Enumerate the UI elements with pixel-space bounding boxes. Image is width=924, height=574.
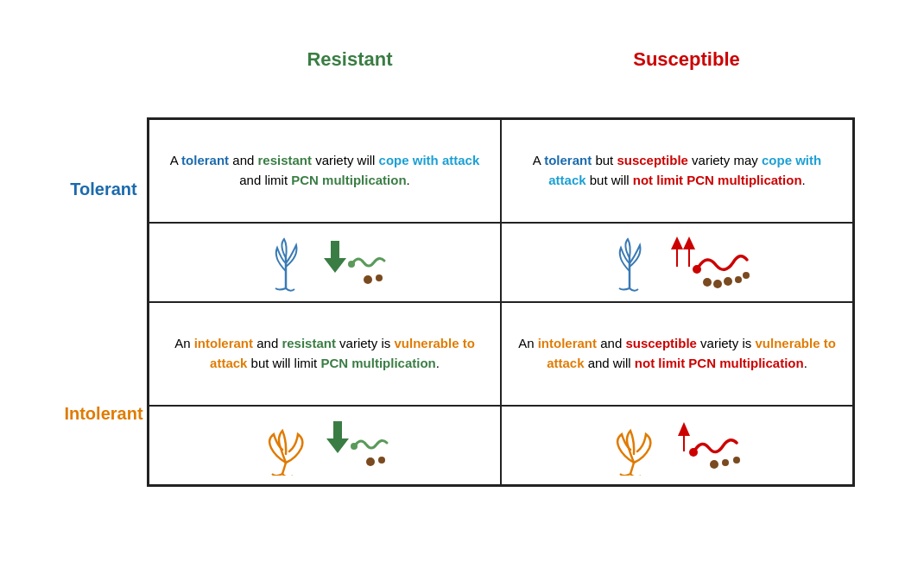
svg-point-13	[743, 272, 750, 279]
down-arrow-worm-icon	[320, 237, 389, 288]
side-labels: Tolerant Intolerant	[60, 78, 147, 527]
header-resistant: Resistant	[181, 48, 518, 71]
svg-marker-14	[326, 421, 349, 453]
svg-point-21	[722, 459, 729, 466]
cell-intolerant-resistant-icons	[149, 406, 501, 485]
svg-point-17	[378, 457, 385, 464]
svg-point-15	[351, 443, 358, 450]
label-intolerant: Intolerant	[60, 404, 147, 424]
svg-point-16	[366, 457, 375, 466]
up-arrow-worm-icon	[664, 232, 750, 293]
label-tolerant: Tolerant	[60, 180, 147, 199]
cell-intolerant-susceptible-text: An intolerant and susceptible variety is…	[501, 302, 853, 406]
svg-point-22	[733, 457, 740, 464]
svg-marker-7	[683, 237, 695, 267]
down-arrow-worm-icon-2	[323, 417, 392, 473]
svg-point-9	[703, 278, 712, 287]
plant-icon-healthy	[260, 232, 312, 293]
cell-tolerant-susceptible-icons	[501, 223, 853, 302]
svg-point-4	[376, 274, 383, 281]
cell-intolerant-resistant-text: An intolerant and resistant variety is v…	[149, 302, 501, 406]
main-layout: Tolerant Intolerant A tolerant and resis…	[60, 78, 864, 527]
cell-tolerant-resistant-text: A tolerant and resistant variety will co…	[149, 119, 501, 223]
svg-point-2	[348, 261, 355, 268]
cell-tolerant-resistant-icons	[149, 223, 501, 302]
svg-marker-1	[324, 241, 346, 273]
svg-point-12	[735, 276, 742, 283]
svg-point-20	[710, 460, 718, 469]
header-susceptible: Susceptible	[518, 48, 855, 71]
header-row: Resistant Susceptible	[181, 48, 855, 71]
cell-intolerant-susceptible-icons	[501, 406, 853, 485]
cell-tolerant-susceptible-text: A tolerant but susceptible variety may c…	[501, 119, 853, 223]
plant-icon-healthy-2	[604, 232, 655, 293]
svg-marker-6	[671, 237, 683, 267]
svg-marker-18	[678, 422, 690, 451]
svg-point-8	[693, 265, 701, 274]
up-arrow-worm-icon-2	[671, 417, 749, 473]
main-grid: A tolerant and resistant variety will co…	[147, 117, 855, 487]
svg-point-19	[689, 448, 698, 457]
svg-point-11	[724, 277, 732, 286]
plant-icon-damaged	[258, 415, 314, 476]
plant-icon-damaged-2	[606, 415, 662, 476]
svg-point-3	[364, 275, 372, 284]
page-container: Resistant Susceptible Tolerant Intoleran…	[0, 0, 924, 574]
svg-point-10	[713, 280, 722, 288]
